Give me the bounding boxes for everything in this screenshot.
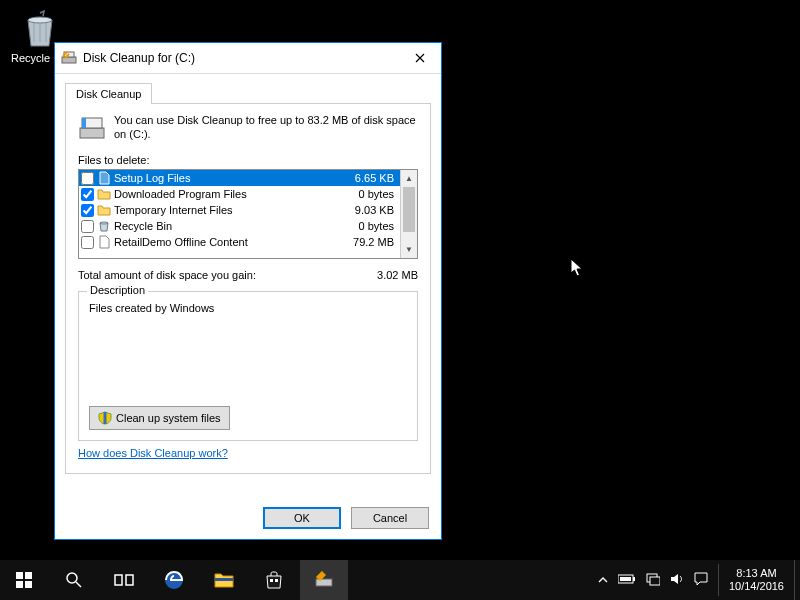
show-desktop-button[interactable] [794, 560, 800, 600]
svg-rect-3 [80, 128, 104, 138]
close-icon [415, 53, 425, 63]
file-size: 79.2 MB [338, 236, 398, 248]
description-text: Files created by Windows [89, 302, 407, 314]
svg-rect-10 [25, 581, 32, 588]
action-center-icon[interactable] [694, 572, 708, 588]
shield-icon [98, 411, 112, 425]
store-icon [265, 571, 283, 589]
svg-point-6 [100, 222, 108, 224]
svg-rect-5 [82, 118, 86, 128]
svg-rect-8 [25, 572, 32, 579]
svg-line-12 [76, 582, 81, 587]
help-link[interactable]: How does Disk Cleanup work? [78, 447, 228, 459]
file-checkbox[interactable] [81, 220, 94, 233]
file-name: RetailDemo Offline Content [114, 236, 338, 248]
mouse-cursor [570, 258, 584, 278]
svg-rect-18 [275, 579, 278, 582]
file-name: Recycle Bin [114, 220, 338, 232]
clock-time: 8:13 AM [729, 567, 784, 580]
svg-rect-7 [16, 572, 23, 579]
task-view-icon [114, 572, 134, 588]
disk-cleanup-dialog: Disk Cleanup for (C:) Disk Cleanup You c… [54, 42, 442, 540]
disk-cleanup-icon [61, 50, 77, 66]
svg-rect-16 [215, 578, 233, 581]
file-size: 0 bytes [338, 220, 398, 232]
taskbar-edge[interactable] [150, 560, 198, 600]
system-tray[interactable] [598, 572, 718, 588]
cleanup-system-files-button[interactable]: Clean up system files [89, 406, 230, 430]
taskbar-clock[interactable]: 8:13 AM 10/14/2016 [718, 564, 794, 596]
svg-rect-14 [126, 575, 133, 585]
file-name: Temporary Internet Files [114, 204, 338, 216]
windows-icon [16, 572, 32, 588]
file-name: Setup Log Files [114, 172, 338, 184]
scroll-thumb[interactable] [403, 187, 415, 232]
svg-point-11 [67, 573, 77, 583]
cancel-button[interactable]: Cancel [351, 507, 429, 529]
volume-icon[interactable] [670, 573, 684, 587]
svg-rect-19 [316, 579, 332, 586]
taskbar-store[interactable] [250, 560, 298, 600]
svg-rect-9 [16, 581, 23, 588]
battery-icon[interactable] [618, 574, 636, 586]
files-to-delete-label: Files to delete: [78, 154, 418, 166]
tab-disk-cleanup[interactable]: Disk Cleanup [65, 83, 152, 104]
edge-icon [163, 569, 185, 591]
file-row[interactable]: Recycle Bin0 bytes [79, 218, 400, 234]
taskbar-disk-cleanup[interactable] [300, 560, 348, 600]
start-button[interactable] [0, 560, 48, 600]
scroll-down-icon[interactable]: ▼ [401, 241, 417, 258]
total-label: Total amount of disk space you gain: [78, 269, 256, 281]
svg-point-0 [28, 17, 52, 23]
file-type-icon [97, 203, 111, 217]
search-icon [65, 571, 83, 589]
file-row[interactable]: Setup Log Files6.65 KB [79, 170, 400, 186]
clock-date: 10/14/2016 [729, 580, 784, 593]
file-checkbox[interactable] [81, 236, 94, 249]
cleanup-button-label: Clean up system files [116, 412, 221, 424]
file-size: 6.65 KB [338, 172, 398, 184]
file-size: 9.03 KB [338, 204, 398, 216]
file-row[interactable]: Downloaded Program Files0 bytes [79, 186, 400, 202]
taskbar: 8:13 AM 10/14/2016 [0, 560, 800, 600]
svg-rect-17 [270, 579, 273, 582]
description-group: Description Files created by Windows Cle… [78, 291, 418, 441]
file-list: Setup Log Files6.65 KBDownloaded Program… [78, 169, 418, 259]
disk-cleanup-taskbar-icon [314, 571, 334, 589]
total-value: 3.02 MB [377, 269, 418, 281]
svg-rect-13 [115, 575, 122, 585]
titlebar[interactable]: Disk Cleanup for (C:) [55, 43, 441, 73]
file-type-icon [97, 187, 111, 201]
task-view-button[interactable] [100, 560, 148, 600]
file-row[interactable]: Temporary Internet Files9.03 KB [79, 202, 400, 218]
svg-rect-1 [62, 57, 76, 63]
file-row[interactable]: RetailDemo Offline Content79.2 MB [79, 234, 400, 250]
file-type-icon [97, 171, 111, 185]
scrollbar[interactable]: ▲ ▼ [400, 170, 417, 258]
file-size: 0 bytes [338, 188, 398, 200]
close-button[interactable] [405, 46, 435, 70]
ok-button[interactable]: OK [263, 507, 341, 529]
folder-icon [214, 572, 234, 588]
file-checkbox[interactable] [81, 172, 94, 185]
file-checkbox[interactable] [81, 204, 94, 217]
network-icon[interactable] [646, 572, 660, 588]
svg-rect-24 [650, 577, 660, 585]
svg-rect-21 [633, 577, 635, 581]
drive-icon [78, 114, 106, 142]
svg-rect-22 [620, 577, 631, 581]
intro-text: You can use Disk Cleanup to free up to 8… [114, 114, 418, 142]
titlebar-text: Disk Cleanup for (C:) [83, 51, 405, 65]
file-checkbox[interactable] [81, 188, 94, 201]
scroll-up-icon[interactable]: ▲ [401, 170, 417, 187]
tab-body: You can use Disk Cleanup to free up to 8… [65, 103, 431, 474]
file-type-icon [97, 219, 111, 233]
file-name: Downloaded Program Files [114, 188, 338, 200]
description-group-label: Description [87, 284, 148, 296]
chevron-up-icon[interactable] [598, 574, 608, 586]
file-type-icon [97, 235, 111, 249]
search-button[interactable] [50, 560, 98, 600]
taskbar-file-explorer[interactable] [200, 560, 248, 600]
